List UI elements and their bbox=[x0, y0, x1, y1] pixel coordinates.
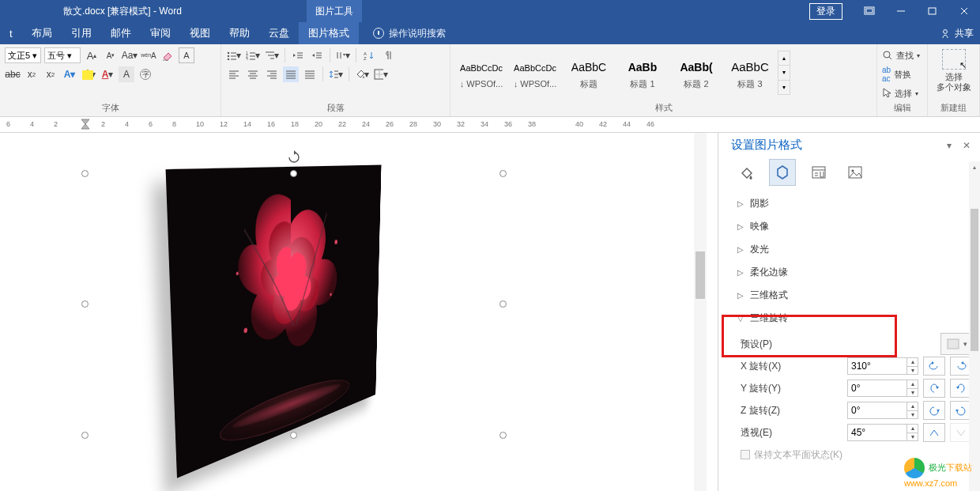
strikethrough-button[interactable]: abc bbox=[5, 66, 21, 82]
line-spacing-button[interactable]: ▾ bbox=[328, 66, 344, 82]
shrink-font-button[interactable]: A▾ bbox=[103, 47, 119, 63]
document-canvas[interactable] bbox=[0, 133, 707, 491]
y-rotation-input[interactable] bbox=[847, 380, 907, 397]
keep-text-flat-checkbox[interactable] bbox=[741, 450, 750, 459]
phonetic-guide-button[interactable]: wénA bbox=[141, 47, 156, 63]
close-button[interactable] bbox=[948, 0, 980, 22]
pane-scrollbar[interactable]: ▴ bbox=[969, 161, 980, 491]
spin-down[interactable]: ▾ bbox=[907, 411, 918, 419]
style-item[interactable]: AaBbCcDc↓ WPSOf... bbox=[509, 51, 561, 95]
font-name-combo[interactable]: 文正5▾ bbox=[5, 47, 41, 63]
tab-view[interactable]: 视图 bbox=[180, 22, 220, 44]
resize-handle-br[interactable] bbox=[499, 432, 507, 439]
section-3dformat-header[interactable]: ▷三维格式 bbox=[718, 284, 980, 307]
shading-button[interactable]: ▾ bbox=[354, 66, 370, 82]
horizontal-ruler[interactable]: 6422468101214161820222426283032343638404… bbox=[0, 117, 980, 133]
maximize-button[interactable] bbox=[917, 0, 948, 22]
superscript-button[interactable]: x2 bbox=[43, 66, 58, 82]
show-marks-button[interactable] bbox=[380, 47, 396, 63]
section-reflection-header[interactable]: ▷映像 bbox=[718, 215, 980, 238]
numbering-button[interactable]: 123▾ bbox=[245, 47, 261, 63]
highlight-button[interactable]: ▾ bbox=[81, 66, 96, 82]
tab-cloud[interactable]: 云盘 bbox=[259, 22, 299, 44]
z-rotation-spinner[interactable]: ▴▾ bbox=[847, 402, 918, 419]
tab-references[interactable]: 引用 bbox=[62, 22, 101, 44]
perspective-input[interactable] bbox=[847, 424, 907, 441]
y-rotate-left-button[interactable] bbox=[923, 379, 945, 398]
preset-picker[interactable]: ▾ bbox=[940, 333, 972, 355]
borders-button[interactable]: ▾ bbox=[373, 66, 389, 82]
perspective-up-button[interactable] bbox=[923, 423, 945, 442]
x-rotation-input[interactable] bbox=[847, 357, 907, 375]
z-rotation-input[interactable] bbox=[847, 402, 907, 419]
character-shading-button[interactable]: A bbox=[119, 66, 134, 82]
spin-up[interactable]: ▴ bbox=[907, 358, 918, 367]
find-button[interactable]: 查找▾ bbox=[882, 47, 922, 63]
spin-up[interactable]: ▴ bbox=[907, 402, 918, 411]
login-button[interactable]: 登录 bbox=[809, 3, 842, 20]
share-button[interactable]: 共享 bbox=[941, 27, 974, 40]
rotation-handle[interactable] bbox=[287, 150, 301, 164]
section-shadow-header[interactable]: ▷阴影 bbox=[718, 192, 980, 215]
select-multiple-button[interactable]: 选择多个对象 bbox=[937, 72, 971, 93]
pane-tab-fill[interactable] bbox=[733, 159, 760, 186]
enclose-characters-button[interactable]: 字 bbox=[138, 66, 153, 82]
styles-scroll-up[interactable]: ▴ bbox=[778, 51, 790, 66]
align-distributed-button[interactable] bbox=[302, 66, 318, 82]
tell-me[interactable]: 操作说明搜索 bbox=[373, 27, 446, 40]
section-glow-header[interactable]: ▷发光 bbox=[718, 238, 980, 261]
text-effects-button[interactable]: A▾ bbox=[62, 66, 77, 82]
align-left-button[interactable] bbox=[226, 66, 242, 82]
style-item[interactable]: AaBbC标题 bbox=[563, 51, 615, 95]
pane-scroll-thumb[interactable] bbox=[971, 209, 978, 351]
scrollbar-thumb[interactable] bbox=[695, 251, 705, 299]
perspective-spinner[interactable]: ▴▾ bbox=[847, 424, 918, 441]
spin-up[interactable]: ▴ bbox=[907, 380, 918, 389]
pane-options-button[interactable]: ▾ bbox=[947, 140, 952, 151]
styles-scroll-down[interactable]: ▾ bbox=[778, 66, 790, 80]
select-button[interactable]: 选择▾ bbox=[882, 85, 922, 101]
spin-down[interactable]: ▾ bbox=[907, 367, 918, 375]
pane-tab-effects[interactable] bbox=[769, 159, 796, 186]
resize-handle-bl[interactable] bbox=[81, 432, 89, 439]
y-rotation-spinner[interactable]: ▴▾ bbox=[847, 380, 918, 397]
clear-formatting-button[interactable] bbox=[160, 47, 175, 63]
section-softedge-header[interactable]: ▷柔化边缘 bbox=[718, 261, 980, 284]
text-direction-button[interactable]: ▾ bbox=[335, 47, 351, 63]
subscript-button[interactable]: x2 bbox=[24, 66, 40, 82]
pane-close-button[interactable]: ✕ bbox=[963, 140, 971, 151]
vertical-scrollbar[interactable] bbox=[694, 133, 707, 491]
ribbon-display-options[interactable] bbox=[854, 0, 885, 22]
resize-handle-tl[interactable] bbox=[81, 170, 89, 177]
change-case-button[interactable]: Aa▾ bbox=[122, 47, 138, 63]
grow-font-button[interactable]: A▴ bbox=[84, 47, 100, 63]
increase-indent-button[interactable] bbox=[309, 47, 325, 63]
first-line-indent-marker[interactable] bbox=[81, 119, 90, 130]
tab-help[interactable]: 帮助 bbox=[220, 22, 259, 44]
spin-down[interactable]: ▾ bbox=[907, 389, 918, 397]
resize-handle-l[interactable] bbox=[81, 300, 89, 308]
align-justify-button[interactable] bbox=[283, 66, 299, 82]
bullets-button[interactable]: ▾ bbox=[226, 47, 242, 63]
font-color-button[interactable]: A▾ bbox=[100, 66, 115, 82]
tab-0[interactable]: t bbox=[0, 22, 22, 44]
tab-mailings[interactable]: 邮件 bbox=[101, 22, 141, 44]
tab-layout[interactable]: 布局 bbox=[22, 22, 62, 44]
style-item[interactable]: AaBb标题 1 bbox=[616, 51, 669, 95]
pane-tab-layout[interactable] bbox=[805, 159, 832, 186]
resize-handle-b[interactable] bbox=[290, 432, 297, 439]
style-item[interactable]: AaBbC标题 3 bbox=[724, 51, 776, 95]
align-center-button[interactable] bbox=[245, 66, 261, 82]
spin-down[interactable]: ▾ bbox=[907, 433, 918, 441]
sort-button[interactable]: AZ bbox=[361, 47, 377, 63]
resize-handle-r[interactable] bbox=[499, 300, 507, 308]
pane-scroll-up[interactable]: ▴ bbox=[969, 161, 980, 172]
style-item[interactable]: AaBbCcDc↓ WPSOf... bbox=[455, 51, 507, 95]
align-right-button[interactable] bbox=[264, 66, 280, 82]
resize-handle-tr[interactable] bbox=[499, 170, 507, 177]
z-rotate-ccw-button[interactable] bbox=[923, 401, 945, 420]
replace-button[interactable]: abac替换 bbox=[882, 66, 922, 82]
x-rotate-left-button[interactable] bbox=[923, 357, 945, 376]
resize-handle-t[interactable] bbox=[290, 170, 297, 177]
font-size-combo[interactable]: 五号▾ bbox=[44, 47, 81, 63]
